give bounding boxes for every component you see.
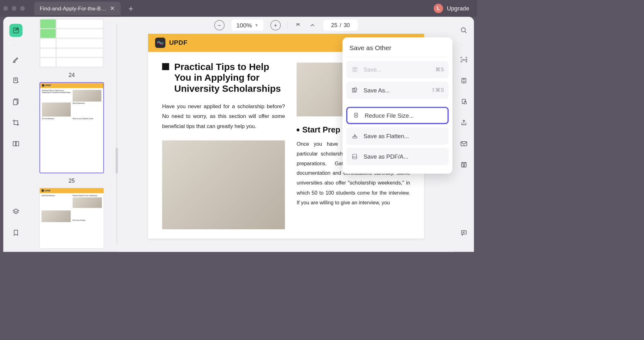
thumbnail-26-wrap: UPDF Add Distinctiveness Prepare Flawles… — [36, 188, 108, 249]
edit-tool-button[interactable] — [9, 74, 22, 87]
tab-title: Find-and-Apply-For-the-B… — [40, 5, 106, 12]
reader-mode-button[interactable] — [9, 24, 22, 37]
tab-bar: Find-and-Apply-For-the-B… ✕ ＋ — [34, 2, 135, 15]
separator — [12, 45, 20, 45]
upgrade-button[interactable]: Upgrade — [447, 5, 469, 12]
separator — [287, 21, 288, 29]
zoom-out-button[interactable]: − — [214, 20, 224, 31]
compare-icon — [12, 140, 20, 148]
popover-item-save-as[interactable]: Save As...⇧⌘S — [346, 82, 449, 99]
popover-item-label: Save as Flatten... — [364, 133, 409, 139]
highlight-tool-button[interactable] — [9, 53, 22, 66]
thumbnail-24-wrap: 24 — [36, 19, 108, 79]
svg-rect-23 — [353, 137, 357, 138]
first-page-button[interactable] — [294, 22, 302, 29]
svg-rect-17 — [462, 231, 467, 234]
popover-item-shortcut: ⌘S — [435, 67, 444, 73]
page-intro: Have you never applied for a scholarship… — [162, 101, 285, 131]
svg-point-8 — [461, 28, 465, 32]
svg-rect-5 — [13, 100, 17, 105]
bullet-icon — [297, 129, 300, 132]
window-controls — [3, 6, 25, 11]
save-flatten-icon — [351, 132, 359, 140]
highlighter-icon — [12, 56, 20, 63]
compare-tool-button[interactable] — [9, 137, 22, 150]
document-toolbar: − 100% ▼ + 25 / 30 — [118, 17, 454, 33]
email-button[interactable] — [457, 137, 470, 150]
popover-item-save-pdfa[interactable]: PDF/ASave as PDF/A... — [346, 148, 449, 165]
title-bar: Find-and-Apply-For-the-B… ✕ ＋ L Upgrade — [0, 0, 477, 17]
page-brand: UPDF — [169, 39, 188, 47]
organize-pages-button[interactable] — [9, 95, 22, 108]
page-image-2 — [162, 140, 285, 229]
page-indicator[interactable]: 25 / 30 — [323, 20, 358, 31]
svg-point-20 — [354, 70, 355, 71]
popover-item-label: Save as PDF/A... — [364, 153, 408, 160]
minimize-window-button[interactable] — [12, 6, 16, 11]
thumb-25-brand: UPDF — [45, 85, 51, 87]
separator — [346, 57, 449, 57]
zoom-level-dropdown[interactable]: 100% ▼ — [231, 20, 264, 31]
page-heading: Practical Tips to Help You in Applying f… — [174, 61, 285, 94]
zoom-value: 100% — [236, 22, 252, 29]
save-as-other-popover: Save as Other Save...⌘SSave As...⇧⌘SRedu… — [343, 38, 452, 174]
popover-item-save-flatten[interactable]: Save as Flatten... — [346, 127, 449, 145]
crop-icon — [12, 119, 20, 126]
title-bar-right: L Upgrade — [434, 4, 469, 13]
thumb-26-brand: UPDF — [45, 190, 51, 192]
thumbnail-25[interactable]: UPDF Practical Tips to Help You in Apply… — [39, 82, 104, 173]
mail-icon — [460, 141, 467, 147]
left-tool-rail — [3, 17, 28, 252]
document-tab[interactable]: Find-and-Apply-For-the-B… ✕ — [34, 2, 121, 15]
popover-item-reduce-file-size[interactable]: Reduce File Size... — [346, 107, 449, 124]
thumb-24-content — [40, 19, 104, 67]
share-icon — [460, 119, 467, 126]
thumbnail-24[interactable] — [39, 19, 104, 68]
bookmark-icon — [12, 229, 19, 237]
reader-icon — [12, 26, 20, 34]
current-page: 25 — [331, 22, 337, 29]
avatar[interactable]: L — [434, 4, 443, 13]
bookmark-button[interactable] — [9, 226, 22, 239]
crop-tool-button[interactable] — [9, 116, 22, 129]
total-pages: 30 — [343, 22, 350, 29]
thumb-25-heading: Practical Tips to Help You in Applying f… — [42, 90, 71, 93]
avatar-initial: L — [437, 5, 440, 11]
close-window-button[interactable] — [3, 6, 8, 11]
svg-text:OCR: OCR — [462, 59, 467, 62]
reduce-file-size-icon — [352, 111, 360, 119]
popover-item-shortcut: ⇧⌘S — [431, 87, 444, 93]
layers-button[interactable] — [9, 205, 22, 218]
fullscreen-window-button[interactable] — [20, 6, 25, 11]
thumbnails-panel: 24 UPDF Practical Tips to Help You in Ap… — [28, 17, 115, 252]
svg-rect-13 — [461, 142, 467, 146]
thumbnail-26[interactable]: UPDF Add Distinctiveness Prepare Flawles… — [39, 188, 104, 249]
svg-rect-15 — [463, 162, 465, 164]
protect-button[interactable] — [457, 95, 470, 108]
share-button[interactable] — [457, 116, 470, 129]
svg-rect-19 — [354, 67, 356, 69]
save-as-icon — [351, 86, 359, 94]
close-tab-icon[interactable]: ✕ — [110, 5, 115, 12]
new-tab-button[interactable]: ＋ — [126, 3, 136, 14]
save-other-button[interactable] — [457, 158, 470, 171]
thumbnails-scrollbar[interactable] — [115, 17, 118, 252]
save-pdfa-icon: PDF/A — [351, 153, 359, 161]
comment-icon — [460, 230, 467, 236]
comments-button[interactable] — [457, 226, 470, 239]
popover-item-label: Save As... — [364, 87, 390, 93]
lock-file-icon — [461, 98, 467, 105]
pages-icon — [12, 98, 20, 105]
updf-logo — [155, 38, 165, 48]
convert-icon — [460, 77, 467, 84]
prev-page-button[interactable] — [308, 22, 316, 29]
right-tool-rail: OCR — [454, 17, 474, 252]
ocr-button[interactable]: OCR — [457, 53, 470, 66]
search-button[interactable] — [457, 24, 470, 37]
zoom-in-button[interactable]: + — [270, 20, 281, 31]
search-icon — [460, 27, 467, 34]
popover-item-save: Save...⌘S — [346, 61, 449, 78]
app-body: 24 UPDF Practical Tips to Help You in Ap… — [3, 17, 474, 252]
convert-button[interactable] — [457, 74, 470, 87]
svg-rect-12 — [464, 102, 466, 104]
